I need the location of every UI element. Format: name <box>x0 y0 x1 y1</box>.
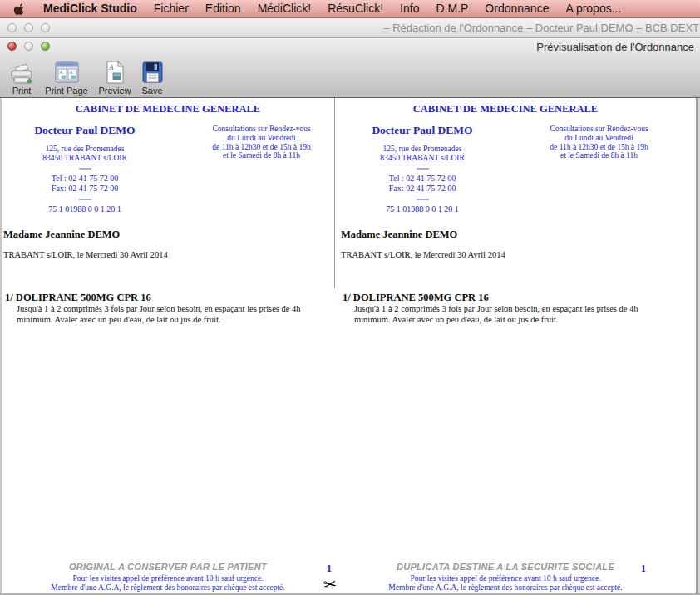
consultations-line: du Lundi au Vendredi <box>193 134 330 143</box>
preview-icon: A <box>104 58 126 85</box>
page-number: 1 <box>327 563 332 575</box>
rx-item-posology: Jusqu'à 1 à 2 comprimés 3 fois par Jour … <box>17 304 316 325</box>
menu-item-edition[interactable]: Edition <box>197 0 249 17</box>
consultations-block: Consultations sur Rendez-vous du Lundi a… <box>530 125 668 160</box>
consultations-line: et le Samedi de 8h à 11h <box>193 151 330 160</box>
separator-dash <box>79 199 91 200</box>
toolbar: Print A A Print Page <box>0 55 700 97</box>
background-window-titlebar[interactable]: – Rédaction de l'Ordonnance – Docteur Pa… <box>0 18 700 38</box>
close-button[interactable] <box>7 42 17 51</box>
minimize-button[interactable] <box>24 42 33 51</box>
screen: MediClick Studio Fichier Edition MédiCli… <box>0 0 700 595</box>
minimize-button-inactive[interactable] <box>24 23 33 32</box>
doctor-name: Docteur Paul DEMO <box>339 124 505 137</box>
svg-text:A: A <box>108 63 114 71</box>
zoom-button-inactive[interactable] <box>41 23 50 32</box>
print-page-icon: A A <box>53 58 81 85</box>
doctor-name: Docteur Paul DEMO <box>2 124 168 137</box>
consultations-line: Consultations sur Rendez-vous <box>530 125 668 134</box>
menu-item-a-propos[interactable]: A propos... <box>557 0 629 17</box>
doctor-id-code: 75 1 01988 0 0 1 20 1 <box>2 204 168 214</box>
clinic-title: CABINET DE MEDECINE GENERALE <box>339 103 672 116</box>
close-button-inactive[interactable] <box>7 23 17 32</box>
footer-note-1: Pour les visites appel de préférence ava… <box>339 574 672 583</box>
footer-note-2: Membre d'une A.G.A, le règlement des hon… <box>2 583 334 593</box>
consultations-line: de 11h à 12h30 et de 15h à 19h <box>193 143 330 152</box>
rx-item: 1/ DOLIPRANE 500MG CPR 16 Jusqu'à 1 à 2 … <box>5 292 329 325</box>
footer-note-2: Membre d'une A.G.A, le règlement des hon… <box>339 583 672 593</box>
menu-item-resuclick[interactable]: RésuClick! <box>319 0 392 17</box>
place-date: TRABANT s/LOIR, le Mercredi 30 Avril 201… <box>341 250 505 259</box>
tel-line: Tel : 02 41 75 72 00 <box>339 174 505 184</box>
background-window-title: – Rédaction de l'Ordonnance – Docteur Pa… <box>383 18 700 37</box>
svg-text:A: A <box>58 70 62 75</box>
rx-item-title: 1/ DOLIPRANE 500MG CPR 16 <box>5 292 329 304</box>
tel-line: Tel : 02 41 75 72 00 <box>2 174 168 184</box>
cut-line <box>334 98 335 288</box>
print-label: Print <box>12 86 32 96</box>
patient-name: Madame Jeannine DEMO <box>3 229 120 241</box>
patient-name: Madame Jeannine DEMO <box>341 229 457 241</box>
separator-dash <box>79 168 91 170</box>
page-footer: ORIGINAL A CONSERVER PAR LE PATIENT Pour… <box>2 562 334 592</box>
address-line-1: 125, rue des Promenades <box>2 145 168 154</box>
print-button[interactable]: Print <box>4 58 39 96</box>
preview-window-title: Prévisualisation de l'Ordonnance <box>536 38 694 56</box>
menu-item-fichier[interactable]: Fichier <box>145 0 197 17</box>
window-controls <box>7 42 57 51</box>
scissors-icon: ✂ <box>323 574 338 594</box>
save-button[interactable]: Save <box>133 58 171 96</box>
copy-footer-title: ORIGINAL A CONSERVER PAR LE PATIENT <box>2 562 334 572</box>
ordonnance-preview: CABINET DE MEDECINE GENERALE Docteur Pau… <box>0 98 700 595</box>
address-line-2: 83450 TRABANT s/LOIR <box>2 154 168 163</box>
prescription-duplicata: CABINET DE MEDECINE GENERALE Docteur Pau… <box>339 98 672 595</box>
menu-item-mediclick[interactable]: MédiClick! <box>249 0 320 17</box>
apple-logo-icon <box>13 2 26 16</box>
address-line-1: 125, rue des Promenades <box>339 145 505 154</box>
preview-label: Preview <box>98 86 131 96</box>
address-line-2: 83450 TRABANT s/LOIR <box>339 154 505 163</box>
consultations-line: de 11h à 12h30 et de 15h à 19h <box>530 143 668 152</box>
consultations-block: Consultations sur Rendez-vous du Lundi a… <box>193 125 330 160</box>
page-number: 1 <box>641 563 646 575</box>
svg-text:A: A <box>68 70 72 75</box>
rx-item: 1/ DOLIPRANE 500MG CPR 16 Jusqu'à 1 à 2 … <box>343 292 667 325</box>
prescription-original: CABINET DE MEDECINE GENERALE Docteur Pau… <box>2 98 334 595</box>
print-page-button[interactable]: A A Print Page <box>37 58 96 96</box>
doctor-block: Docteur Paul DEMO 125, rue des Promenade… <box>2 124 168 214</box>
preview-window-titlebar[interactable]: Prévisualisation de l'Ordonnance <box>0 38 700 55</box>
separator-dash <box>417 199 429 200</box>
menu-item-dmp[interactable]: D.M.P <box>427 0 476 17</box>
zoom-button[interactable] <box>41 42 50 51</box>
apple-menu[interactable] <box>13 2 27 16</box>
copy-footer-title: DUPLICATA DESTINE A LA SECURITE SOCIALE <box>339 562 672 572</box>
footer-note-1: Pour les visites appel de préférence ava… <box>2 574 334 583</box>
rx-item-posology: Jusqu'à 1 à 2 comprimés 3 fois par Jour … <box>354 304 653 325</box>
place-date: TRABANT s/LOIR, le Mercredi 30 Avril 201… <box>3 250 168 259</box>
consultations-line: du Lundi au Vendredi <box>530 134 668 143</box>
save-label: Save <box>141 86 162 96</box>
preview-window-chrome: Prévisualisation de l'Ordonnance Print <box>0 38 700 98</box>
menu-item-info[interactable]: Info <box>392 0 427 17</box>
preview-button[interactable]: A Preview <box>91 58 138 96</box>
consultations-line: et le Samedi de 8h à 11h <box>530 151 668 160</box>
doctor-block: Docteur Paul DEMO 125, rue des Promenade… <box>339 124 505 214</box>
page-footer: DUPLICATA DESTINE A LA SECURITE SOCIALE … <box>339 562 672 592</box>
menu-bar: MediClick Studio Fichier Edition MédiCli… <box>0 0 700 18</box>
rx-item-title: 1/ DOLIPRANE 500MG CPR 16 <box>343 292 667 304</box>
menu-item-ordonnance[interactable]: Ordonnance <box>476 0 557 17</box>
print-page-label: Print Page <box>45 86 87 96</box>
doctor-id-code: 75 1 01988 0 0 1 20 1 <box>339 204 505 214</box>
consultations-line: Consultations sur Rendez-vous <box>193 125 330 134</box>
printer-icon <box>7 58 36 85</box>
menu-item-mediclick-studio[interactable]: MediClick Studio <box>37 0 145 17</box>
fax-line: Fax: 02 41 75 72 00 <box>2 184 168 194</box>
save-icon <box>140 58 164 85</box>
separator-dash <box>417 168 429 170</box>
fax-line: Fax: 02 41 75 72 00 <box>339 184 505 194</box>
clinic-title: CABINET DE MEDECINE GENERALE <box>2 103 334 116</box>
